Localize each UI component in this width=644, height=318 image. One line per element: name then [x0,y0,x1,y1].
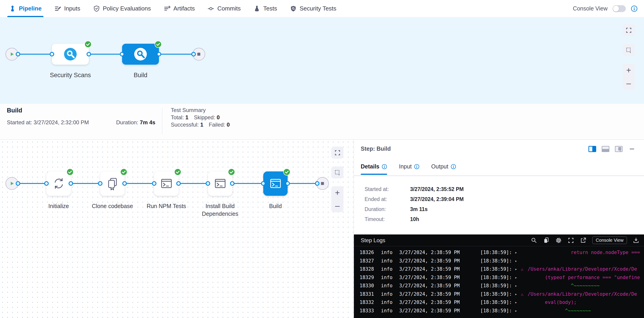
log-level: info [381,291,399,297]
connector-port [152,181,156,186]
node-security-scans[interactable] [52,44,89,65]
detail-value: 3/27/2024, 2:35:52 PM [410,186,464,192]
connector-port [16,52,20,56]
step-logs-panel: Step Logs Console View 18326info3/27/202… [354,235,644,318]
log-line-18327: 18327info3/27/2024, 2:38:59 PM[18:38:59]… [354,257,644,265]
canvas-fullscreen-button[interactable] [622,24,635,36]
log-time: [18:38:59]: [480,300,515,305]
expand-arrow-icon[interactable]: ▸ [515,309,521,313]
connector-port [68,181,73,186]
canvas-selection-button[interactable] [622,44,635,56]
refresh-icon [52,177,66,190]
zoom-in-button[interactable]: + [331,186,344,199]
log-level: info [381,300,399,305]
expand-icon[interactable] [568,237,574,244]
layout-floating-icon[interactable] [615,146,622,152]
connector-port [191,52,196,56]
log-line-number: 18329 [360,275,381,280]
node-run-npm-tests[interactable] [154,171,178,196]
layout-split-right-icon[interactable] [588,146,596,152]
info-icon[interactable] [382,164,387,169]
log-date: 3/27/2024, 2:38:59 PM [399,266,480,272]
canvas-fullscreen-button[interactable] [331,147,344,159]
open-in-new-icon[interactable] [580,237,586,244]
ci-logo-icon [134,47,148,61]
toggle-knob [613,6,619,11]
console-view-toggle[interactable] [612,5,626,12]
log-time: [18:38:59]: [480,308,515,314]
tab-label: Artifacts [174,5,195,12]
node-label: Initialize [32,202,85,210]
log-line-number: 18333 [360,308,381,314]
info-icon[interactable] [451,164,456,169]
tab-label: Input [399,163,412,170]
tab-pipeline[interactable]: Pipeline [9,0,42,17]
settings-gear-icon[interactable] [556,237,562,244]
log-content: ^~~~~~~~~~ [528,283,644,289]
log-level: info [381,308,399,314]
node-build[interactable] [122,44,159,65]
expand-arrow-icon[interactable]: ▸ [515,259,521,263]
play-icon [8,180,15,187]
layout-split-bottom-icon[interactable] [602,146,610,152]
log-date: 3/27/2024, 2:38:59 PM [399,250,480,255]
log-line-18326: 18326info3/27/2024, 2:38:59 PM[18:38:59]… [354,248,644,257]
log-date: 3/27/2024, 2:38:59 PM [399,275,480,280]
test-summary: Test Summary Total: 1Skipped: 0 Successf… [171,106,235,128]
connector-edge [288,183,317,184]
zoom-out-button[interactable]: – [622,77,635,90]
expand-arrow-icon[interactable]: ▸ [515,300,521,305]
zoom-in-button[interactable]: + [622,64,635,77]
log-time: [18:38:59]: [480,250,515,255]
detail-row: Timeout:10h [364,214,464,224]
log-content: /Users/anka/Library/Developer/Xcode/De [528,291,644,297]
stage-graph-canvas[interactable]: Security Scans Build + – [0,17,644,104]
expand-arrow-icon[interactable]: ▸ [515,267,521,271]
tab-policy-evaluations[interactable]: Policy Evaluations [93,0,151,17]
node-initialize[interactable] [46,171,71,196]
flask-icon [254,5,260,12]
minimize-icon[interactable] [628,146,636,152]
node-label: Security Scans [50,72,91,79]
zoom-out-button[interactable]: – [331,199,344,212]
log-line-number: 18328 [360,266,381,272]
info-icon[interactable] [631,5,638,12]
node-build[interactable] [263,171,288,196]
expand-arrow-icon[interactable]: ▸ [515,283,521,288]
node-install-build-dependencies[interactable] [208,171,232,196]
step-tab-input[interactable]: Input [399,163,420,175]
expand-arrow-icon[interactable]: ▸ [515,275,521,280]
node-clone-codebase[interactable] [100,171,124,196]
detail-value: 10h [410,216,419,222]
log-date: 3/27/2024, 2:38:59 PM [399,283,480,289]
info-icon[interactable] [414,164,420,169]
expand-arrow-icon[interactable]: ▸ [515,250,521,255]
step-graph-canvas[interactable]: Initialize Clone codebase Run NPM Tests … [0,140,354,318]
connector-port [16,181,20,186]
log-line-number: 18327 [360,258,381,264]
detail-row: Started at:3/27/2024, 2:35:52 PM [364,184,464,194]
console-view-button[interactable]: Console View [592,237,627,244]
tab-label: Details [361,163,380,170]
expand-arrow-icon[interactable]: ▸ [515,292,521,296]
step-logs-title: Step Logs [361,237,385,244]
copy-icon[interactable] [543,237,550,244]
log-lines[interactable]: 18326info3/27/2024, 2:38:59 PM[18:38:59]… [354,247,644,318]
connector-edge [159,54,194,55]
search-icon[interactable] [531,237,537,244]
step-tab-details[interactable]: Details [361,163,387,175]
detail-value: 3m 11s [410,206,428,212]
detail-row: Ended at:3/27/2024, 2:39:04 PM [364,194,464,204]
canvas-selection-button[interactable] [331,166,344,178]
tab-security-tests[interactable]: Security Tests [290,0,336,17]
tab-artifacts[interactable]: Artifacts [164,0,195,17]
tab-tests[interactable]: Tests [254,0,277,17]
log-line-number: 18331 [360,291,381,297]
tab-commits[interactable]: Commits [208,0,241,17]
terminal-icon [214,177,227,190]
download-icon[interactable] [633,237,639,244]
stop-icon [319,180,326,187]
tab-inputs[interactable]: Inputs [54,0,80,17]
node-label: Run NPM Tests [140,202,193,210]
step-tab-output[interactable]: Output [431,163,456,175]
